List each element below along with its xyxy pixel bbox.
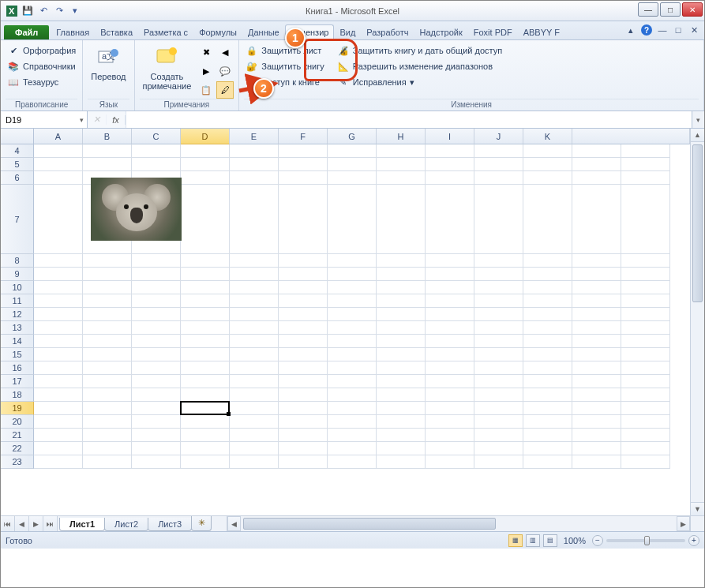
insert-function-button[interactable]: fx bbox=[107, 115, 126, 125]
cell[interactable] bbox=[230, 348, 279, 361]
ribbon-minimize-icon[interactable]: ▴ bbox=[625, 24, 636, 36]
cell[interactable] bbox=[474, 158, 523, 171]
cell[interactable] bbox=[572, 321, 621, 335]
cell[interactable] bbox=[328, 429, 377, 442]
protect-sheet-button[interactable]: 🔒Защитить лист bbox=[244, 43, 326, 58]
cell[interactable] bbox=[181, 268, 230, 281]
cell[interactable] bbox=[83, 402, 132, 415]
cell[interactable] bbox=[621, 388, 670, 402]
cell[interactable] bbox=[426, 294, 474, 308]
next-comment-button[interactable]: ▶ bbox=[197, 62, 215, 80]
cell[interactable] bbox=[181, 158, 230, 171]
cell[interactable] bbox=[230, 375, 279, 388]
cell[interactable] bbox=[426, 348, 474, 361]
cell[interactable] bbox=[474, 388, 523, 402]
cell[interactable] bbox=[328, 294, 377, 308]
cell[interactable] bbox=[279, 171, 328, 185]
cell[interactable] bbox=[34, 281, 83, 294]
cell[interactable] bbox=[328, 185, 377, 254]
tab-abbyy[interactable]: ABBYY F bbox=[518, 24, 565, 39]
cell[interactable] bbox=[181, 294, 230, 308]
cell[interactable] bbox=[279, 429, 328, 442]
cell[interactable] bbox=[181, 254, 230, 268]
cell[interactable] bbox=[621, 348, 670, 361]
cell[interactable] bbox=[279, 268, 328, 281]
cell[interactable] bbox=[474, 254, 523, 268]
cell[interactable] bbox=[230, 388, 279, 402]
cell[interactable] bbox=[426, 335, 474, 348]
cell[interactable] bbox=[279, 254, 328, 268]
cell[interactable] bbox=[34, 144, 83, 158]
page-layout-view-button[interactable]: ▥ bbox=[526, 534, 540, 547]
cell[interactable] bbox=[474, 294, 523, 308]
cell[interactable] bbox=[34, 388, 83, 402]
cell[interactable] bbox=[132, 294, 181, 308]
cell[interactable] bbox=[474, 402, 523, 415]
cell[interactable] bbox=[83, 308, 132, 321]
cell[interactable] bbox=[328, 361, 377, 375]
name-box[interactable]: D19 bbox=[1, 111, 88, 128]
cell[interactable] bbox=[279, 335, 328, 348]
protect-workbook-button[interactable]: 🔐Защитить книгу bbox=[244, 59, 326, 73]
row-header-12[interactable]: 12 bbox=[1, 308, 34, 321]
cell[interactable] bbox=[572, 429, 621, 442]
cell[interactable] bbox=[377, 335, 426, 348]
select-all-corner[interactable] bbox=[1, 129, 34, 144]
cell[interactable] bbox=[572, 335, 621, 348]
cell[interactable] bbox=[328, 254, 377, 268]
cell[interactable] bbox=[474, 335, 523, 348]
cell[interactable] bbox=[523, 254, 572, 268]
cell[interactable] bbox=[426, 402, 474, 415]
cell[interactable] bbox=[230, 268, 279, 281]
row-header-15[interactable]: 15 bbox=[1, 348, 34, 361]
translate-button[interactable]: a文 Перевод bbox=[88, 43, 129, 83]
cell[interactable] bbox=[328, 402, 377, 415]
row-header-21[interactable]: 21 bbox=[1, 429, 34, 442]
next-sheet-button[interactable]: ▶ bbox=[29, 516, 43, 531]
cell[interactable] bbox=[181, 402, 230, 415]
column-header-G[interactable]: G bbox=[328, 129, 377, 144]
cell[interactable] bbox=[523, 429, 572, 442]
cell[interactable] bbox=[132, 268, 181, 281]
cell[interactable] bbox=[377, 158, 426, 171]
cell[interactable] bbox=[132, 429, 181, 442]
cell[interactable] bbox=[83, 361, 132, 375]
cell[interactable] bbox=[572, 375, 621, 388]
cell[interactable] bbox=[572, 144, 621, 158]
row-header-17[interactable]: 17 bbox=[1, 375, 34, 388]
cell[interactable] bbox=[279, 348, 328, 361]
cell[interactable] bbox=[426, 375, 474, 388]
cell[interactable] bbox=[83, 375, 132, 388]
cell[interactable] bbox=[83, 268, 132, 281]
cell[interactable] bbox=[377, 388, 426, 402]
cell[interactable] bbox=[34, 158, 83, 171]
cell[interactable] bbox=[279, 442, 328, 455]
new-comment-button[interactable]: Создать примечание bbox=[140, 43, 195, 92]
cell[interactable] bbox=[279, 158, 328, 171]
cell[interactable] bbox=[523, 281, 572, 294]
research-button[interactable]: 📚Справочники bbox=[6, 59, 77, 73]
cell[interactable] bbox=[377, 429, 426, 442]
cell[interactable] bbox=[279, 321, 328, 335]
cell[interactable] bbox=[181, 348, 230, 361]
cell[interactable] bbox=[523, 268, 572, 281]
cell[interactable] bbox=[230, 455, 279, 469]
cell[interactable] bbox=[523, 171, 572, 185]
cell[interactable] bbox=[377, 254, 426, 268]
cell[interactable] bbox=[83, 415, 132, 429]
expand-formula-bar-icon[interactable]: ▾ bbox=[692, 111, 704, 128]
cell[interactable] bbox=[132, 158, 181, 171]
scroll-up-icon[interactable]: ▲ bbox=[691, 129, 704, 142]
cell[interactable] bbox=[474, 281, 523, 294]
cell[interactable] bbox=[34, 455, 83, 469]
zoom-out-button[interactable]: − bbox=[592, 535, 603, 546]
row-header-18[interactable]: 18 bbox=[1, 388, 34, 402]
cell[interactable] bbox=[523, 294, 572, 308]
cell[interactable] bbox=[523, 402, 572, 415]
cell[interactable] bbox=[474, 348, 523, 361]
cell[interactable] bbox=[426, 281, 474, 294]
cell[interactable] bbox=[523, 348, 572, 361]
cell[interactable] bbox=[377, 185, 426, 254]
cell[interactable] bbox=[328, 281, 377, 294]
last-sheet-button[interactable]: ⏭ bbox=[43, 516, 58, 531]
